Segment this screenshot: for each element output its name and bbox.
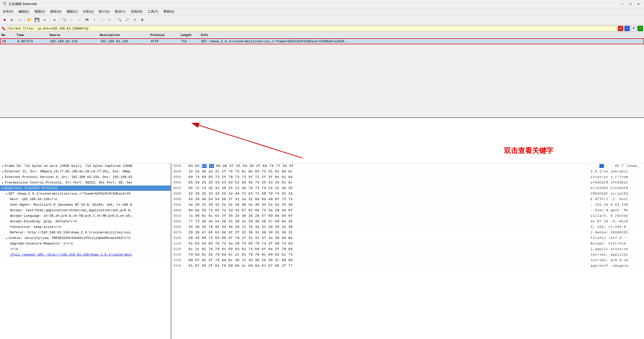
- go-back-button[interactable]: ←: [68, 16, 75, 23]
- tree-item[interactable]: Connection: keep-alive\r\n: [0, 224, 171, 230]
- hex-row[interactable]: 015061 67 65 2f 61 76 69 66 2c 69 6d 61 …: [171, 263, 644, 269]
- hex-row[interactable]: 006065 3d 25 33 43 53 63 52 69 50 74 25 …: [171, 180, 644, 186]
- hex-row[interactable]: 009045 20 48 54 54 50 2f 31 2e 31 0d 0a …: [171, 197, 644, 202]
- zoom-in-button[interactable]: 🔍: [116, 16, 123, 23]
- menu-item-v[interactable]: 视图(V): [32, 8, 48, 15]
- table-row[interactable]: 20 3.067573 192.168.63.133 192.168.63.13…: [0, 38, 644, 44]
- tree-item[interactable]: ▼Hypertext Transfer Protocol: [0, 186, 171, 191]
- filter-input[interactable]: [7, 26, 617, 31]
- tree-item[interactable]: ▶Ethernet II, Src: VMware_c9:77:95 (00:0…: [0, 169, 171, 174]
- menu-item-f[interactable]: 文件(F): [0, 8, 16, 15]
- zoom-out-button[interactable]: 🔎: [124, 16, 131, 23]
- colorize-button[interactable]: ≡: [106, 16, 113, 23]
- close-file-button[interactable]: ✕: [41, 16, 48, 23]
- hex-row[interactable]: 010020 46 69 72 65 66 6f 78 2f 31 31 37 …: [171, 235, 644, 241]
- hex-offset: 00b0: [171, 208, 187, 212]
- tree-item[interactable]: ▶Frame 20: 712 bytes on wire (5696 bits)…: [0, 163, 171, 169]
- hex-ascii: tml+xml, applicat: [589, 253, 644, 257]
- tree-item[interactable]: User-Agent: Mozilla/5.0 (Windows NT 10.0…: [0, 202, 171, 208]
- close-button[interactable]: ✕: [635, 1, 642, 8]
- menu-item-h[interactable]: 帮助(H): [161, 8, 177, 15]
- tree-item-text: Accept-Language: zh-CN,zh;q=0.8,zh-TW;q=…: [10, 214, 132, 218]
- hex-row[interactable]: 003004 02 03 0d 00 00 47 45 54 20 2f 64 …: [171, 163, 644, 169]
- menu-item-s[interactable]: 统计(S): [96, 8, 112, 15]
- go-to-packet-button[interactable]: GO: [83, 16, 90, 23]
- hex-offset: 0090: [171, 197, 187, 201]
- arrow-area: 双击查看关键字: [0, 118, 644, 163]
- reload-button[interactable]: ↻: [51, 16, 58, 23]
- hex-row[interactable]: 00e034 3b 20 78 36 34 3b 20 72 76 3a 31 …: [171, 224, 644, 230]
- menu-item-a[interactable]: 分析(A): [80, 8, 96, 15]
- go-next-button[interactable]: ↓: [99, 16, 106, 23]
- hex-row[interactable]: 00c07a 69 6c 6c 61 2f 35 2e 30 20 28 57 …: [171, 213, 644, 219]
- hex-bytes: 69 6f 6e 2f 78 6d 6c 3b 71 3d 30 2e 39 2…: [187, 258, 589, 262]
- minimize-button[interactable]: —: [619, 1, 626, 8]
- stop-capture-button[interactable]: ■: [1, 16, 8, 23]
- filter-dropdown-button[interactable]: ▼: [631, 26, 636, 31]
- tree-item[interactable]: Upgrade-Insecure-Requests: 1\r\n: [0, 241, 171, 246]
- packet-protocol: HTTP: [149, 40, 179, 43]
- open-file-button[interactable]: 📂: [26, 16, 33, 23]
- hex-ascii: 29%3C%2F script%3: [589, 192, 644, 196]
- menu-item-t[interactable]: 工具(T): [145, 8, 161, 15]
- hex-offset: 00e0: [171, 225, 187, 229]
- hex-bytes: 77 73 20 4e 54 20 31 30 2e 30 3b 20 57 6…: [187, 220, 589, 223]
- tree-item[interactable]: Accept: text/html,application/xhtml+xml,…: [0, 208, 171, 213]
- tree-expand-icon: ▶: [2, 181, 4, 184]
- hex-row[interactable]: 01206c 2c 61 70 70 6c 69 63 61 74 69 6f …: [171, 246, 644, 252]
- search-button[interactable]: 🔍: [61, 16, 68, 23]
- hex-ascii: 2.0.1/vu lnerabil: [589, 170, 644, 173]
- restart-button[interactable]: ↺: [16, 16, 23, 23]
- packet-time: 3.067573: [16, 40, 48, 43]
- expand-subtrees-button[interactable]: ⊞: [139, 16, 146, 23]
- tree-item[interactable]: Accept-Language: zh-CN,zh;q=0.8,zh-TW;q=…: [0, 213, 171, 219]
- go-forward-button[interactable]: →: [76, 16, 83, 23]
- svg-line-1: [192, 123, 302, 158]
- tree-item-text: Cookie: security=low; PHPSESSID=03v0dilf…: [9, 236, 131, 240]
- menu-item-e[interactable]: 编辑(E): [16, 8, 32, 15]
- zoom-reset-button[interactable]: ⊙: [131, 16, 138, 23]
- tree-item[interactable]: ▶Internet Protocol Version 4, Src: 192.1…: [0, 174, 171, 180]
- hex-ascii: Firefox /117.0··: [589, 236, 644, 240]
- tree-item[interactable]: \r\n: [0, 246, 171, 252]
- tree-item[interactable]: ▶Transmission Control Protocol, Src Port…: [0, 180, 171, 186]
- hex-row[interactable]: 00a03a 20 31 39 32 2e 31 36 38 2e 36 33 …: [171, 202, 644, 208]
- hex-row[interactable]: 008032 39 25 33 43 25 32 46 73 63 72 69 …: [171, 191, 644, 197]
- hex-row[interactable]: 013074 6d 6c 2b 78 6d 6c 2c 61 70 70 6c …: [171, 252, 644, 258]
- tree-item[interactable]: Accept-Encoding: gzip, deflate\r\n: [0, 219, 171, 224]
- filter-apply-button[interactable]: →: [624, 26, 630, 31]
- menu-item-y[interactable]: 电话(Y): [112, 8, 128, 15]
- go-previous-button[interactable]: ↑: [91, 16, 98, 23]
- menu-item-g[interactable]: 跳转(G): [48, 8, 64, 15]
- start-capture-button[interactable]: ▶: [9, 16, 16, 23]
- hex-row[interactable]: 005069 74 69 65 73 2f 78 73 73 5f 72 2f …: [171, 174, 644, 180]
- hex-bytes: 29 20 47 65 63 6b 6f 2f 32 30 31 30 30 3…: [187, 231, 589, 234]
- filter-bar: 🔖 ✕ → ▼ +: [0, 25, 644, 32]
- hex-row[interactable]: 014069 6f 6e 2f 78 6d 6c 3b 71 3d 30 2e …: [171, 258, 644, 263]
- app-icon: 🦈: [2, 2, 7, 7]
- hex-row[interactable]: 00d077 73 20 4e 54 20 31 30 2e 30 3b 20 …: [171, 219, 644, 224]
- hex-row[interactable]: 007065 72 74 25 32 38 25 32 46 78 73 73 …: [171, 186, 644, 191]
- hex-bytes: 6c 2c 61 70 70 6c 69 63 61 74 69 6f 6e 2…: [187, 247, 589, 251]
- menu-item-c[interactable]: 捕获(C): [64, 8, 80, 15]
- hex-row[interactable]: 00f029 20 47 65 63 6b 6f 2f 32 30 31 30 …: [171, 230, 644, 235]
- hex-bytes: 20 46 69 72 65 66 6f 78 2f 31 31 37 2e 3…: [187, 236, 589, 240]
- save-file-button[interactable]: 💾: [34, 16, 41, 23]
- filter-clear-button[interactable]: ✕: [618, 26, 623, 31]
- tree-item[interactable]: ▶Cookie: security=low; PHPSESSID=03v0dil…: [0, 235, 171, 241]
- hex-offset: 0050: [171, 175, 187, 179]
- tree-item[interactable]: [Full request URI: http://192.168.63.138…: [0, 252, 171, 258]
- tree-item-text: Accept-Encoding: gzip, deflate\r\n: [10, 220, 77, 223]
- filter-add-button[interactable]: +: [637, 26, 643, 31]
- hex-row[interactable]: 00b00d 0a 55 73 65 72 2d 41 67 65 6e 74 …: [171, 208, 644, 213]
- maximize-button[interactable]: ❐: [627, 1, 634, 8]
- menu-item-w[interactable]: 无线(W): [128, 8, 145, 15]
- hex-row[interactable]: 004032 2e 30 2e 31 2f 76 75 6c 6e 65 72 …: [171, 169, 644, 174]
- packet-destination: 192.168.63.138: [99, 40, 149, 43]
- hex-offset: 0150: [171, 264, 187, 268]
- tree-item[interactable]: Host: 192.168.63.138\r\n: [0, 197, 171, 202]
- tree-item[interactable]: ▶GET /dvwa_2.0.1/vulnerabilities/xss_r/?…: [0, 191, 171, 197]
- hex-row[interactable]: 011041 63 63 65 70 74 3a 20 74 65 78 74 …: [171, 241, 644, 246]
- tree-item[interactable]: Referer: http://192.168.63.138/dvwa_2.0.…: [0, 230, 171, 235]
- filter-bookmark-icon[interactable]: 🔖: [1, 26, 6, 31]
